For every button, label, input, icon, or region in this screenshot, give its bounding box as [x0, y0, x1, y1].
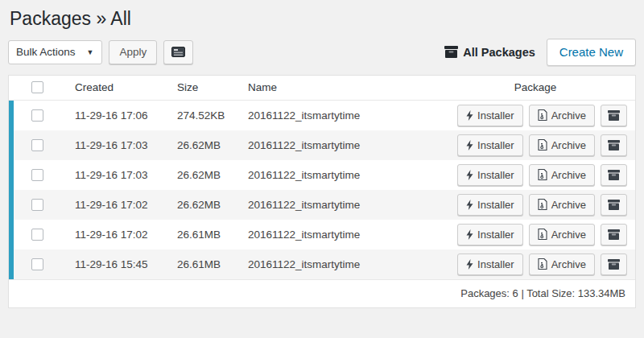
- toolbar-right: All Packages Create New: [444, 39, 636, 66]
- toolbar-left: Bulk Actions ▼ Apply: [8, 40, 193, 64]
- lightning-bolt-icon: [466, 110, 473, 121]
- row-checkbox[interactable]: [31, 229, 43, 241]
- table-row: 11-29-16 17:03 26.62MB 20161122_itsmarty…: [9, 130, 635, 160]
- package-details-button[interactable]: [601, 194, 627, 216]
- row-actions: Installer Archive: [456, 194, 635, 216]
- archive-button[interactable]: Archive: [529, 254, 595, 275]
- row-size: 274.52KB: [167, 109, 238, 122]
- table-row: 11-29-16 17:02 26.62MB 20161122_itsmarty…: [9, 190, 635, 220]
- zip-file-icon: [538, 139, 547, 150]
- table-footer: Packages: 6 | Total Size: 133.34MB: [9, 279, 635, 307]
- archive-button-label: Archive: [551, 139, 586, 151]
- row-size: 26.61MB: [167, 229, 238, 241]
- package-box-icon: [444, 46, 458, 58]
- row-checkbox[interactable]: [31, 199, 43, 211]
- package-details-button[interactable]: [601, 224, 627, 245]
- footer-stats: Packages: 6 | Total Size: 133.34MB: [460, 287, 625, 299]
- zip-file-icon: [538, 109, 547, 121]
- chevron-down-icon: ▼: [87, 48, 94, 56]
- installer-button-label: Installer: [477, 139, 514, 151]
- installer-button[interactable]: Installer: [457, 194, 523, 216]
- installer-button-label: Installer: [477, 199, 514, 211]
- row-checkbox-cell: [9, 139, 65, 151]
- zip-file-icon: [538, 258, 547, 270]
- package-box-icon: [608, 259, 620, 270]
- row-size: 26.61MB: [167, 258, 238, 270]
- row-name: 20161122_itsmartytime: [238, 258, 456, 270]
- row-created: 11-29-16 17:03: [65, 169, 167, 181]
- toolbar: Bulk Actions ▼ Apply: [8, 39, 636, 65]
- row-actions: Installer Archive: [456, 164, 635, 186]
- row-checkbox[interactable]: [31, 109, 43, 122]
- zip-file-icon: [538, 169, 547, 180]
- zip-file-icon: [538, 199, 547, 210]
- row-actions: Installer Archive: [456, 254, 635, 275]
- row-created: 11-29-16 17:02: [65, 199, 167, 211]
- all-packages-status: All Packages: [444, 46, 535, 59]
- row-name: 20161122_itsmartytime: [238, 169, 456, 181]
- list-view-button[interactable]: [163, 40, 193, 64]
- row-created: 11-29-16 17:02: [65, 229, 167, 241]
- package-details-button[interactable]: [601, 164, 627, 186]
- row-checkbox-cell: [9, 169, 65, 181]
- installer-button[interactable]: Installer: [457, 134, 523, 156]
- row-name: 20161122_itsmartytime: [238, 109, 456, 122]
- select-all-checkbox[interactable]: [31, 81, 43, 93]
- installer-button-label: Installer: [477, 169, 514, 181]
- all-packages-label: All Packages: [463, 46, 535, 59]
- installer-button[interactable]: Installer: [457, 224, 523, 245]
- installer-button[interactable]: Installer: [457, 105, 523, 126]
- row-size: 26.62MB: [167, 139, 238, 151]
- packages-page: Packages » All Bulk Actions ▼ Apply: [0, 0, 644, 308]
- installer-button[interactable]: Installer: [457, 254, 523, 275]
- archive-button[interactable]: Archive: [529, 164, 595, 186]
- row-actions: Installer Archive: [456, 105, 635, 126]
- package-box-icon: [608, 200, 620, 210]
- packages-table: Created Size Name Package 11-29-16 17:06…: [8, 75, 636, 308]
- row-checkbox-cell: [9, 229, 65, 241]
- row-checkbox-cell: [9, 258, 65, 270]
- archive-button-label: Archive: [551, 229, 586, 241]
- column-header-size: Size: [167, 81, 238, 93]
- table-row: 11-29-16 15:45 26.61MB 20161122_itsmarty…: [9, 249, 635, 279]
- installer-button[interactable]: Installer: [457, 164, 523, 186]
- archive-button[interactable]: Archive: [529, 134, 595, 156]
- package-details-button[interactable]: [601, 105, 627, 126]
- archive-button[interactable]: Archive: [529, 105, 595, 126]
- archive-button[interactable]: Archive: [529, 194, 595, 216]
- row-created: 11-29-16 17:03: [65, 139, 167, 151]
- package-box-icon: [608, 229, 620, 240]
- table-header-row: Created Size Name Package: [9, 76, 635, 101]
- row-checkbox-cell: [9, 109, 65, 122]
- row-name: 20161122_itsmartytime: [238, 229, 456, 241]
- archive-button[interactable]: Archive: [529, 224, 595, 245]
- column-header-created: Created: [65, 81, 167, 93]
- package-box-icon: [608, 110, 620, 121]
- lightning-bolt-icon: [466, 200, 473, 210]
- column-header-name: Name: [238, 81, 456, 93]
- create-new-button[interactable]: Create New: [547, 39, 636, 66]
- row-size: 26.62MB: [167, 169, 238, 181]
- table-row: 11-29-16 17:06 274.52KB 20161122_itsmart…: [9, 101, 635, 130]
- row-created: 11-29-16 15:45: [65, 258, 167, 270]
- accent-bar: [9, 101, 14, 279]
- row-checkbox[interactable]: [31, 139, 43, 151]
- package-details-button[interactable]: [601, 134, 627, 156]
- zip-file-icon: [538, 229, 547, 240]
- archive-button-label: Archive: [551, 199, 586, 211]
- bulk-actions-label: Bulk Actions: [16, 46, 76, 58]
- header-checkbox-cell: [9, 81, 65, 93]
- row-checkbox-cell: [9, 199, 65, 211]
- row-actions: Installer Archive: [456, 224, 635, 245]
- package-box-icon: [608, 140, 620, 150]
- apply-button[interactable]: Apply: [109, 40, 157, 64]
- package-details-button[interactable]: [601, 254, 627, 275]
- row-created: 11-29-16 17:06: [65, 109, 167, 122]
- row-name: 20161122_itsmartytime: [238, 139, 456, 151]
- lightning-bolt-icon: [466, 140, 473, 150]
- archive-button-label: Archive: [551, 109, 586, 122]
- bulk-actions-select[interactable]: Bulk Actions ▼: [8, 40, 102, 64]
- row-checkbox[interactable]: [31, 258, 43, 270]
- row-checkbox[interactable]: [31, 169, 43, 181]
- lightning-bolt-icon: [466, 259, 473, 270]
